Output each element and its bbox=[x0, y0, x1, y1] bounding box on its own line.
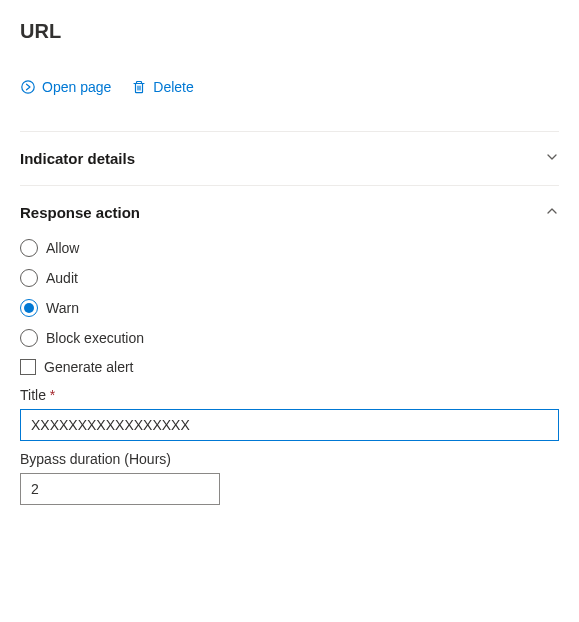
radio-audit-label: Audit bbox=[46, 270, 78, 286]
svg-point-0 bbox=[22, 81, 34, 93]
open-page-label: Open page bbox=[42, 79, 111, 95]
chevron-up-icon bbox=[545, 204, 559, 221]
title-field-label: Title * bbox=[20, 387, 559, 403]
response-action-header[interactable]: Response action bbox=[20, 204, 559, 221]
radio-block-execution[interactable]: Block execution bbox=[20, 329, 559, 347]
radio-allow[interactable]: Allow bbox=[20, 239, 559, 257]
radio-allow-label: Allow bbox=[46, 240, 79, 256]
open-page-link[interactable]: Open page bbox=[20, 79, 111, 95]
required-marker: * bbox=[50, 387, 55, 403]
delete-link[interactable]: Delete bbox=[131, 79, 193, 95]
checkbox-box-icon bbox=[20, 359, 36, 375]
bypass-duration-label: Bypass duration (Hours) bbox=[20, 451, 559, 467]
page-title: URL bbox=[20, 20, 559, 43]
action-row: Open page Delete bbox=[20, 79, 559, 95]
title-field-label-text: Title bbox=[20, 387, 46, 403]
checkbox-generate-alert-label: Generate alert bbox=[44, 359, 134, 375]
radio-dot-icon bbox=[24, 303, 34, 313]
radio-warn-label: Warn bbox=[46, 300, 79, 316]
indicator-details-title: Indicator details bbox=[20, 150, 135, 167]
radio-circle-icon bbox=[20, 239, 38, 257]
open-page-icon bbox=[20, 79, 36, 95]
delete-icon bbox=[131, 79, 147, 95]
radio-audit[interactable]: Audit bbox=[20, 269, 559, 287]
response-action-body: Allow Audit Warn Block execution Generat… bbox=[20, 239, 559, 505]
radio-block-execution-label: Block execution bbox=[46, 330, 144, 346]
radio-warn[interactable]: Warn bbox=[20, 299, 559, 317]
indicator-details-section: Indicator details bbox=[20, 131, 559, 185]
radio-circle-icon bbox=[20, 269, 38, 287]
response-action-title: Response action bbox=[20, 204, 140, 221]
bypass-duration-input[interactable] bbox=[20, 473, 220, 505]
indicator-details-header[interactable]: Indicator details bbox=[20, 150, 559, 167]
checkbox-generate-alert[interactable]: Generate alert bbox=[20, 359, 559, 375]
delete-label: Delete bbox=[153, 79, 193, 95]
chevron-down-icon bbox=[545, 150, 559, 167]
response-action-section: Response action Allow Audit Warn Block e… bbox=[20, 185, 559, 523]
radio-circle-selected-icon bbox=[20, 299, 38, 317]
radio-circle-icon bbox=[20, 329, 38, 347]
title-input[interactable] bbox=[20, 409, 559, 441]
